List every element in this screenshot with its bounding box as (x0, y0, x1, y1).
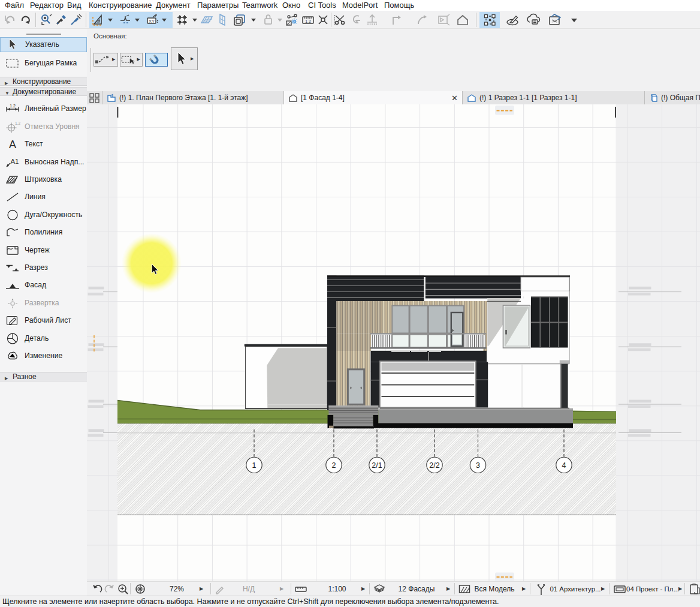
svg-text:2/2: 2/2 (429, 461, 439, 470)
svg-text:3: 3 (476, 461, 480, 470)
svg-text:2/1: 2/1 (372, 461, 382, 470)
svg-text:A: A (9, 139, 16, 151)
svg-text:XY: XY (149, 19, 155, 24)
svg-text:1.2: 1.2 (15, 121, 20, 125)
svg-text:2: 2 (332, 461, 336, 470)
svg-text:A1: A1 (10, 158, 19, 165)
svg-text:4: 4 (562, 461, 566, 470)
svg-text:1: 1 (252, 461, 257, 470)
svg-text:1.2: 1.2 (10, 104, 16, 108)
svg-text:1 2: 1 2 (305, 19, 311, 23)
